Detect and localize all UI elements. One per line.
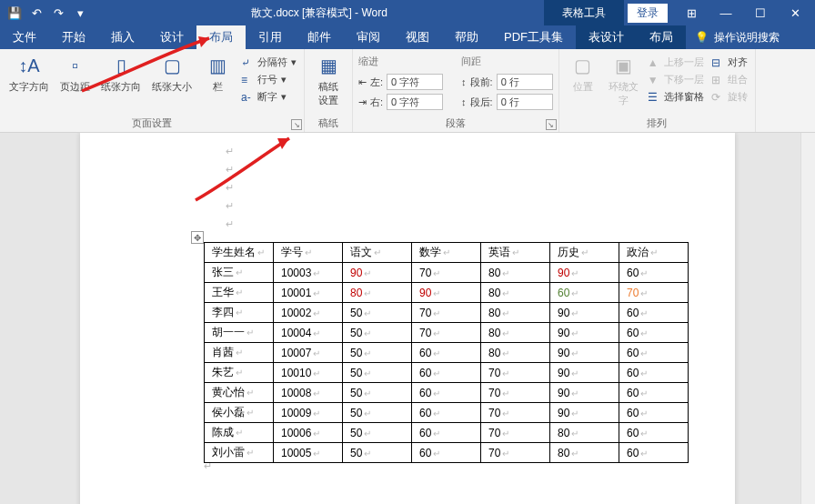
line-numbers-button[interactable]: ≡行号 ▾ [239,72,298,87]
selection-pane-button[interactable]: ☰选择窗格 [646,89,706,105]
table-cell[interactable]: 90 [550,363,619,383]
undo-icon[interactable]: ↶ [29,5,44,20]
tell-me-search[interactable]: 💡 操作说明搜索 [686,25,789,49]
table-cell[interactable]: 10008 [274,383,343,403]
vertical-scrollbar[interactable] [800,133,815,504]
table-cell[interactable]: 80 [481,343,550,363]
table-cell[interactable]: 60 [619,323,689,343]
table-cell[interactable]: 10003 [274,263,343,283]
table-cell[interactable]: 60 [412,443,481,463]
table-move-handle[interactable]: ✥ [191,231,204,244]
table-cell[interactable]: 朱艺 [205,363,274,383]
tab-pdf[interactable]: PDF工具集 [491,25,576,49]
table-cell[interactable]: 70 [481,403,550,423]
table-cell[interactable]: 90 [550,303,619,323]
close-icon[interactable]: ✕ [779,3,811,23]
tab-help[interactable]: 帮助 [442,25,491,49]
table-row[interactable]: 胡一一100045070809060 [205,323,689,343]
table-cell[interactable]: 80 [481,323,550,343]
spacing-before-input[interactable]: 0 行 [497,74,553,90]
margins-button[interactable]: ▫页边距 [56,51,94,96]
table-cell[interactable]: 80 [481,303,550,323]
document-page[interactable]: ↵ ↵ ↵ ↵ ↵ ✥ 学生姓名学号语文数学英语历史政治张三1000390708… [80,133,735,504]
maximize-icon[interactable]: ☐ [744,3,777,23]
table-cell[interactable]: 60 [619,263,689,283]
table-cell[interactable]: 王华 [205,283,274,303]
page-setup-dialog-launcher[interactable]: ↘ [291,119,302,130]
tab-references[interactable]: 引用 [246,25,295,49]
table-cell[interactable]: 70 [412,263,481,283]
table-cell[interactable]: 90 [550,403,619,423]
table-cell[interactable]: 80 [481,263,550,283]
table-row[interactable]: 黄心怡100085060709060 [205,383,689,403]
qat-customize-icon[interactable]: ▾ [73,5,87,20]
table-cell[interactable]: 50 [343,403,412,423]
breaks-button[interactable]: ⤶分隔符 ▾ [239,55,298,70]
table-cell[interactable]: 刘小雷 [205,443,274,463]
table-cell[interactable]: 陈成 [205,423,274,443]
table-cell[interactable]: 60 [412,383,481,403]
table-cell[interactable]: 80 [550,423,619,443]
hyphenation-button[interactable]: a-断字 ▾ [239,89,298,105]
table-cell[interactable]: 黄心怡 [205,383,274,403]
table-cell[interactable]: 70 [412,303,481,323]
table-cell[interactable]: 60 [619,363,689,383]
ribbon-options-icon[interactable]: ⊞ [675,3,708,23]
table-row[interactable]: 张三100039070809060 [205,263,689,283]
table-cell[interactable]: 60 [619,443,689,463]
table-cell[interactable]: 10007 [274,343,343,363]
table-cell[interactable]: 70 [481,443,550,463]
table-cell[interactable]: 60 [412,423,481,443]
table-cell[interactable]: 10010 [274,363,343,383]
table-row[interactable]: 李四100025070809060 [205,303,689,323]
table-cell[interactable]: 70 [481,363,550,383]
orientation-button[interactable]: ▯纸张方向 [97,51,145,96]
table-cell[interactable]: 90 [550,263,619,283]
spacing-after-input[interactable]: 0 行 [497,94,553,110]
table-cell[interactable]: 60 [619,423,689,443]
table-cell[interactable]: 80 [550,443,619,463]
table-cell[interactable]: 肖茜 [205,343,274,363]
size-button[interactable]: ▢纸张大小 [148,51,196,96]
table-cell[interactable]: 10009 [274,403,343,423]
tab-home[interactable]: 开始 [49,25,98,49]
table-cell[interactable]: 50 [343,303,412,323]
table-header-cell[interactable]: 数学 [412,243,481,263]
tab-mailings[interactable]: 邮件 [295,25,344,49]
tab-file[interactable]: 文件 [0,25,49,49]
save-icon[interactable]: 💾 [7,5,22,20]
table-cell[interactable]: 50 [343,443,412,463]
tab-design[interactable]: 设计 [147,25,196,49]
table-cell[interactable]: 90 [550,323,619,343]
table-cell[interactable]: 50 [343,383,412,403]
table-header-cell[interactable]: 语文 [343,243,412,263]
table-row[interactable]: 王华100018090806070 [205,283,689,303]
table-row[interactable]: 陈成100065060708060 [205,423,689,443]
table-cell[interactable]: 70 [412,323,481,343]
table-header-cell[interactable]: 英语 [481,243,550,263]
tab-table-design[interactable]: 表设计 [576,25,637,49]
table-cell[interactable]: 70 [481,423,550,443]
table-row[interactable]: 刘小雷100055060708060 [205,443,689,463]
columns-button[interactable]: ▥栏 [199,51,236,96]
table-header-cell[interactable]: 学号 [274,243,343,263]
tab-review[interactable]: 审阅 [344,25,393,49]
table-cell[interactable]: 80 [481,283,550,303]
table-cell[interactable]: 50 [343,363,412,383]
table-cell[interactable]: 胡一一 [205,323,274,343]
table-cell[interactable]: 张三 [205,263,274,283]
table-cell[interactable]: 10005 [274,443,343,463]
indent-left-input[interactable]: 0 字符 [387,74,443,90]
table-header-cell[interactable]: 学生姓名 [205,243,274,263]
table-header-cell[interactable]: 政治 [619,243,689,263]
table-cell[interactable]: 70 [481,383,550,403]
table-cell[interactable]: 侯小磊 [205,403,274,423]
tab-layout[interactable]: 布局 [196,25,246,49]
table-row[interactable]: 朱艺100105060709060 [205,363,689,383]
table-row[interactable]: 侯小磊100095060709060 [205,403,689,423]
indent-right-input[interactable]: 0 字符 [387,94,443,110]
table-cell[interactable]: 60 [619,343,689,363]
table-cell[interactable]: 60 [550,283,619,303]
table-row[interactable]: 肖茜100075060809060 [205,343,689,363]
table-cell[interactable]: 50 [343,343,412,363]
